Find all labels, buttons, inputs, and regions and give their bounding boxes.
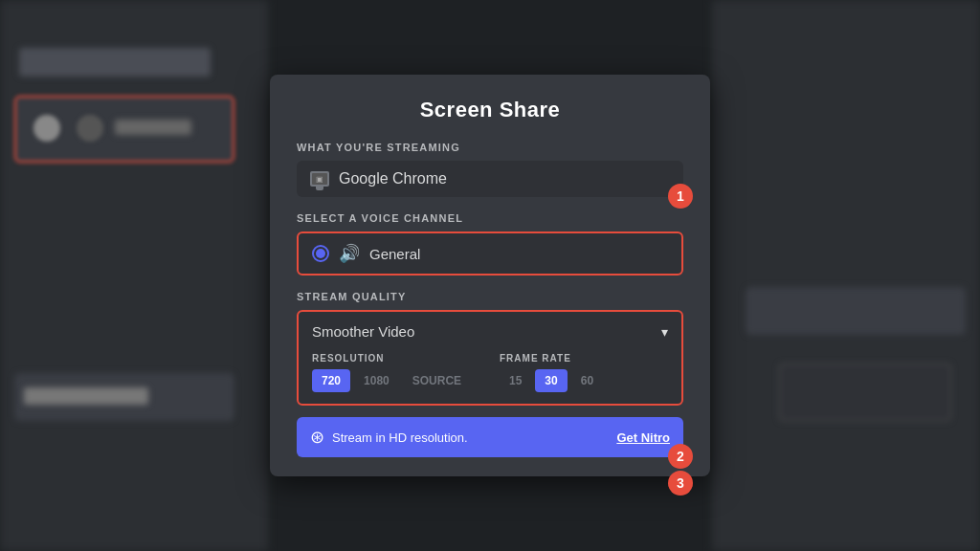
resolution-source-button[interactable]: SOURCE [403, 369, 471, 392]
badge-3: 3 [668, 471, 693, 496]
resolution-720-button[interactable]: 720 [312, 369, 350, 392]
stream-options-row: RESOLUTION 720 1080 SOURCE FRAME RATE 15… [312, 353, 668, 392]
bg-right-panel [712, 0, 980, 551]
voice-channel-section: SELECT A VOICE CHANNEL 🔊 General [297, 212, 683, 276]
badge-2: 2 [668, 444, 693, 469]
blur-right-box [746, 287, 966, 335]
bg-left-panel [0, 0, 268, 551]
nitro-wrapper: ⊛ Stream in HD resolution. Get Nitro 2 3 [297, 417, 683, 457]
resolution-label: RESOLUTION [312, 353, 480, 364]
radio-button-selected[interactable] [312, 245, 329, 262]
framerate-60-button[interactable]: 60 [571, 369, 603, 392]
source-name: Google Chrome [339, 170, 447, 187]
badge-1: 1 [668, 184, 693, 209]
nitro-left: ⊛ Stream in HD resolution. [310, 427, 468, 448]
nitro-icon: ⊛ [310, 427, 324, 448]
nitro-banner: ⊛ Stream in HD resolution. Get Nitro [297, 417, 683, 457]
resolution-1080-button[interactable]: 1080 [354, 369, 399, 392]
blur-left-avatar1 [33, 115, 60, 142]
screen-share-modal: Screen Share WHAT YOU'RE STREAMING ▣ Goo… [270, 75, 710, 476]
voice-channel-row[interactable]: 🔊 General [297, 231, 683, 276]
framerate-group: FRAME RATE 15 30 60 [500, 353, 668, 392]
nitro-promo-text: Stream in HD resolution. [332, 430, 468, 445]
blur-left-text [115, 120, 191, 135]
framerate-15-button[interactable]: 15 [500, 369, 531, 392]
window-icon: ▣ [310, 171, 329, 187]
modal-title: Screen Share [297, 98, 683, 122]
resolution-btn-group: 720 1080 SOURCE [312, 369, 480, 392]
speaker-icon: 🔊 [339, 243, 360, 264]
framerate-label: FRAME RATE [500, 353, 668, 364]
blur-left-top [19, 48, 211, 77]
quality-section-label: STREAM QUALITY [297, 291, 683, 302]
selected-quality-label: Smoother Video [312, 323, 414, 340]
get-nitro-link[interactable]: Get Nitro [616, 430, 670, 445]
voice-section-label: SELECT A VOICE CHANNEL [297, 212, 683, 224]
quality-section: STREAM QUALITY Smoother Video ▾ RESOLUTI… [297, 291, 683, 406]
chevron-down-icon: ▾ [661, 324, 668, 340]
resolution-group: RESOLUTION 720 1080 SOURCE [312, 353, 480, 392]
blur-left-avatar2 [77, 115, 103, 142]
quality-box: Smoother Video ▾ RESOLUTION 720 1080 SOU… [297, 310, 683, 406]
framerate-btn-group: 15 30 60 [500, 369, 668, 392]
blur-left-bottom-label [24, 387, 148, 405]
radio-dot [316, 249, 325, 258]
blur-right-dropdown [779, 364, 951, 421]
framerate-30-button[interactable]: 30 [535, 369, 567, 392]
streaming-source-row: ▣ Google Chrome 1 [297, 161, 683, 197]
streaming-section-label: WHAT YOU'RE STREAMING [297, 142, 683, 153]
voice-channel-name: General [369, 246, 420, 262]
quality-dropdown[interactable]: Smoother Video ▾ [312, 323, 668, 340]
